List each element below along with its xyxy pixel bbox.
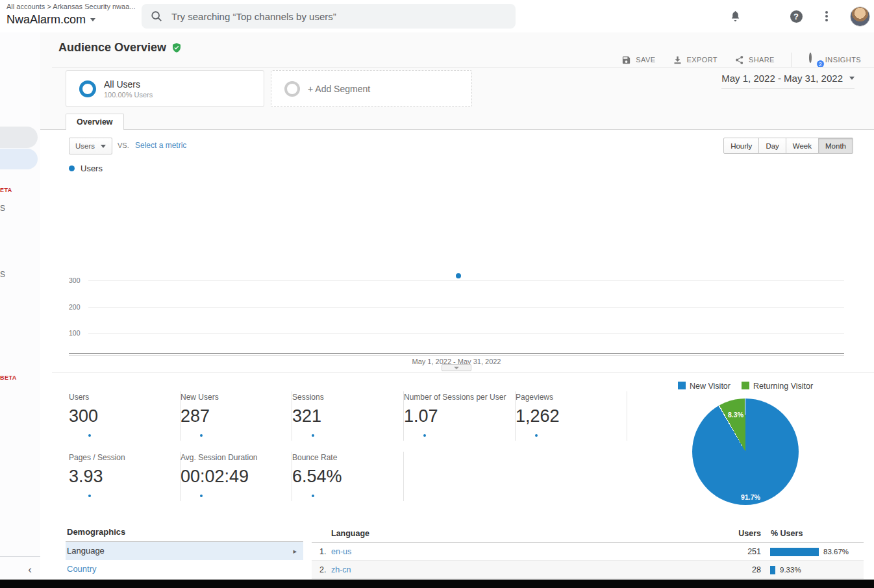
nav-label-fragment: S bbox=[0, 270, 5, 279]
overview-panel: Users VS. Select a metric Hourly Day Wee… bbox=[40, 130, 874, 580]
divider bbox=[52, 67, 874, 67]
export-label: EXPORT bbox=[687, 56, 718, 64]
beta-badge: ETA bbox=[0, 187, 12, 193]
metric-users[interactable]: Users300 bbox=[69, 391, 181, 441]
add-segment-label: + Add Segment bbox=[308, 84, 370, 94]
nav-item-pill-active[interactable] bbox=[0, 149, 38, 169]
divider bbox=[52, 372, 874, 373]
demo-item-country[interactable]: Country bbox=[66, 560, 303, 578]
metric-new-users[interactable]: New Users287 bbox=[181, 391, 292, 441]
granularity-month[interactable]: Month bbox=[818, 138, 853, 154]
tab-strip: Overview bbox=[40, 114, 874, 130]
granularity-day[interactable]: Day bbox=[758, 138, 786, 154]
returning-visitor-swatch-icon bbox=[742, 382, 749, 389]
metric-row-2: Pages / Session3.93 Avg. Session Duratio… bbox=[69, 452, 404, 501]
segment-name: All Users bbox=[104, 79, 153, 90]
metric-dropdown-value: Users bbox=[75, 142, 95, 150]
sparkline-dot-icon bbox=[312, 434, 314, 437]
apps-grid-icon[interactable] bbox=[758, 9, 773, 23]
granularity-switch: Hourly Day Week Month bbox=[723, 138, 853, 154]
search-bar[interactable] bbox=[142, 4, 516, 29]
share-button[interactable]: SHARE bbox=[734, 55, 775, 65]
segment-donut-icon bbox=[284, 81, 300, 97]
breadcrumb[interactable]: All accounts > Arkansas Security nwaa... bbox=[6, 3, 135, 10]
section-title-demographics: Demographics bbox=[66, 527, 303, 542]
metric-dropdown[interactable]: Users bbox=[69, 138, 112, 154]
sparkline-dot-icon bbox=[535, 434, 538, 437]
language-link[interactable]: zh-cn bbox=[331, 565, 351, 574]
pie-legend-returning: Returning Visitor bbox=[753, 382, 813, 391]
new-visitor-swatch-icon bbox=[678, 382, 686, 389]
page-title: Audience Overview bbox=[58, 41, 166, 55]
metric-sessions-per-user[interactable]: Number of Sessions per User1.07 bbox=[404, 391, 516, 441]
notifications-bell-icon[interactable] bbox=[728, 9, 742, 23]
add-segment-button[interactable]: + Add Segment bbox=[271, 70, 472, 107]
date-range-text: May 1, 2022 - May 31, 2022 bbox=[721, 73, 843, 84]
column-pct-users: % Users bbox=[771, 529, 803, 538]
column-users: Users bbox=[701, 529, 761, 538]
granularity-hourly[interactable]: Hourly bbox=[723, 138, 759, 154]
share-icon bbox=[734, 55, 744, 65]
timeline-expander[interactable] bbox=[442, 364, 471, 371]
search-input[interactable] bbox=[171, 11, 506, 22]
metric-bounce-rate[interactable]: Bounce Rate6.54% bbox=[292, 452, 404, 501]
pct-bar bbox=[770, 566, 775, 574]
metric-row-1: Users300 New Users287 Sessions321 Number… bbox=[69, 391, 627, 441]
more-options-icon[interactable] bbox=[819, 9, 834, 23]
beta-badge: BETA bbox=[0, 374, 17, 381]
select-metric-link[interactable]: Select a metric bbox=[135, 141, 186, 150]
breadcrumb-property[interactable]: Arkansas Security nwaa... bbox=[53, 3, 135, 10]
sparkline-dot-icon bbox=[423, 434, 426, 437]
property-selector[interactable]: NwaAlarm.com bbox=[6, 13, 95, 27]
search-icon bbox=[151, 10, 162, 22]
nav-label-fragment: S bbox=[0, 204, 5, 213]
language-table: Language Users % Users 1. en-us 251 83.6… bbox=[312, 527, 864, 580]
metric-pages-per-session[interactable]: Pages / Session3.93 bbox=[69, 452, 181, 501]
pie-slice-label-new: 91.7% bbox=[736, 493, 765, 501]
export-button[interactable]: EXPORT bbox=[673, 55, 718, 65]
users-data-point[interactable] bbox=[456, 273, 461, 278]
tab-overview[interactable]: Overview bbox=[66, 114, 124, 130]
x-axis bbox=[69, 353, 844, 356]
pct-bar bbox=[770, 548, 819, 556]
save-icon bbox=[621, 55, 631, 65]
insights-label: INSIGHTS bbox=[825, 56, 861, 64]
vs-label: VS. bbox=[118, 141, 129, 149]
verified-shield-icon bbox=[171, 42, 182, 53]
bottom-bar bbox=[0, 580, 874, 588]
left-nav-collapsed: ETA S S BETA ‹ bbox=[0, 32, 40, 580]
help-icon[interactable]: ? bbox=[789, 9, 803, 23]
user-avatar[interactable] bbox=[850, 6, 870, 27]
metric-sessions[interactable]: Sessions321 bbox=[292, 391, 404, 441]
chevron-down-icon bbox=[101, 145, 106, 148]
gridline-200: 200 bbox=[69, 303, 844, 311]
visitors-pie[interactable]: 8.3% 91.7% bbox=[692, 398, 799, 505]
expand-arrow-icon: ▸ bbox=[293, 542, 297, 560]
segment-detail: 100.00% Users bbox=[104, 91, 153, 99]
download-icon bbox=[673, 55, 682, 65]
granularity-week[interactable]: Week bbox=[786, 138, 819, 154]
date-range-selector[interactable]: May 1, 2022 - May 31, 2022 bbox=[721, 73, 855, 89]
metric-pageviews[interactable]: Pageviews1,262 bbox=[516, 391, 627, 441]
chevron-down-icon bbox=[90, 18, 95, 21]
segment-donut-icon bbox=[79, 80, 96, 97]
demo-item-language[interactable]: Language ▸ bbox=[66, 542, 303, 560]
nav-item-pill[interactable] bbox=[0, 127, 38, 148]
breadcrumb-all-accounts[interactable]: All accounts bbox=[6, 3, 45, 10]
chevron-down-icon bbox=[849, 77, 855, 80]
save-button[interactable]: SAVE bbox=[621, 55, 655, 65]
sparkline-dot-icon bbox=[200, 495, 203, 497]
segment-all-users[interactable]: All Users 100.00% Users bbox=[66, 70, 264, 107]
table-header: Language Users % Users bbox=[312, 527, 864, 543]
sparkline-dot-icon bbox=[200, 434, 203, 437]
language-link[interactable]: en-us bbox=[331, 547, 351, 556]
gridline-100: 100 bbox=[69, 329, 844, 337]
chart-legend: Users bbox=[69, 164, 103, 173]
save-label: SAVE bbox=[636, 56, 655, 64]
collapse-sidebar-icon[interactable]: ‹ bbox=[22, 562, 38, 578]
divider bbox=[0, 556, 40, 557]
app-header: All accounts > Arkansas Security nwaa...… bbox=[0, 0, 874, 32]
insights-button[interactable]: 2 INSIGHTS bbox=[809, 54, 861, 66]
pie-legend-new: New Visitor bbox=[690, 382, 730, 391]
metric-avg-session-duration[interactable]: Avg. Session Duration00:02:49 bbox=[181, 452, 292, 501]
